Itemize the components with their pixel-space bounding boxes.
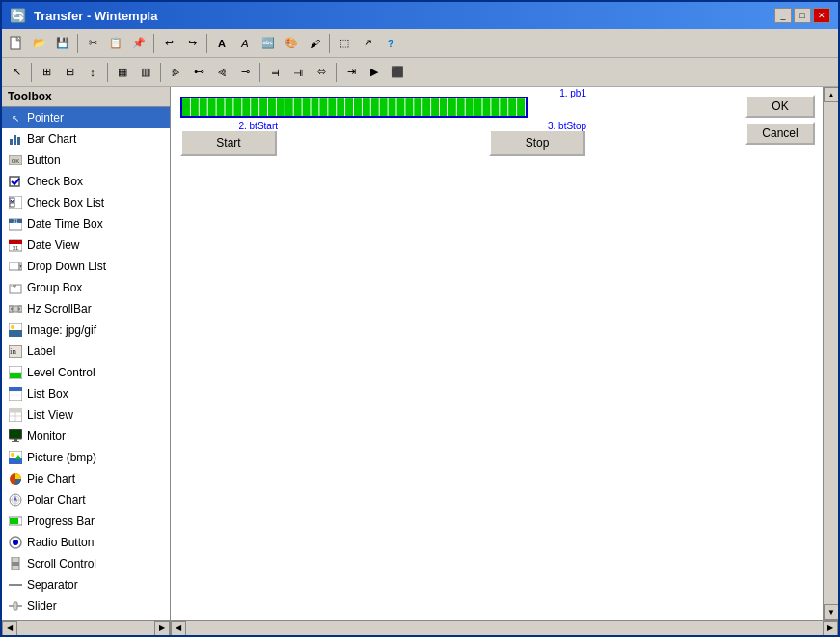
sidebar-item-datetimebox[interactable]: 31 Date Time Box: [2, 213, 170, 235]
svg-rect-78: [251, 98, 258, 118]
maximize-button[interactable]: □: [794, 8, 811, 23]
svg-rect-62: [10, 518, 18, 524]
sidebar-item-levelcontrol[interactable]: Level Control: [2, 362, 170, 383]
pointer-button[interactable]: ↗: [357, 33, 378, 54]
sidebar-item-barchart[interactable]: Bar Chart: [2, 128, 170, 150]
svg-text:in: in: [10, 346, 17, 356]
dist2-button[interactable]: ⫣: [287, 62, 309, 83]
sep1: [77, 34, 78, 53]
sidebar-item-piechart[interactable]: Pie Chart: [2, 468, 170, 489]
sidebar-item-picbmp[interactable]: Picture (bmp): [2, 447, 170, 468]
sidebar-scroll-right[interactable]: ▶: [154, 621, 170, 636]
polarchart-icon: [8, 492, 23, 508]
align-left-button[interactable]: ⫸: [165, 62, 186, 83]
stop-button-wrapper: 3. btStop Stop: [489, 129, 585, 156]
scroll-down-button[interactable]: ▼: [824, 604, 838, 620]
svg-rect-84: [303, 98, 311, 118]
align1-button[interactable]: ⊞: [36, 62, 57, 83]
minimize-button[interactable]: _: [774, 8, 792, 23]
svg-rect-105: [483, 98, 491, 118]
help-button[interactable]: ?: [380, 33, 401, 54]
test-button[interactable]: ▶: [364, 62, 385, 83]
sidebar-bottom-scroll[interactable]: ◀ ▶: [2, 620, 170, 635]
scroll-left-button[interactable]: ◀: [171, 621, 186, 636]
save-button[interactable]: 💾: [52, 33, 73, 54]
scroll-up-button[interactable]: ▲: [824, 87, 838, 102]
svg-rect-10: [10, 203, 14, 207]
cancel-button[interactable]: Cancel: [745, 122, 815, 145]
svg-rect-48: [14, 439, 17, 441]
grid2-button[interactable]: ▥: [135, 62, 156, 83]
undo-button[interactable]: ↩: [158, 33, 179, 54]
levelcontrol-icon: [8, 365, 23, 380]
sidebar-item-pointer[interactable]: ↖ Pointer: [2, 107, 170, 128]
redo-button[interactable]: ↪: [181, 33, 203, 54]
grid1-button[interactable]: ▦: [112, 62, 133, 83]
sidebar-item-checkbox[interactable]: Check Box: [2, 171, 170, 192]
sidebar-item-imagejpg[interactable]: Image: jpg/gif: [2, 319, 170, 341]
cursor-button[interactable]: ↖: [6, 62, 27, 83]
copy-button[interactable]: 📋: [105, 33, 126, 54]
sidebar-item-radiobutton[interactable]: Radio Button: [2, 532, 170, 553]
sidebar-label-levelcontrol: Level Control: [27, 366, 95, 379]
svg-rect-91: [363, 98, 370, 118]
sidebar-item-polarchart[interactable]: Polar Chart: [2, 489, 170, 511]
sidebar-item-listbox[interactable]: List Box: [2, 383, 170, 404]
tab-order-button[interactable]: ⇥: [340, 62, 362, 83]
sidebar-item-dropdown[interactable]: Drop Down List: [2, 256, 170, 277]
svg-point-52: [11, 453, 14, 457]
sidebar-item-button[interactable]: OK Button: [2, 150, 170, 171]
sidebar-item-groupbox[interactable]: xy Group Box: [2, 277, 170, 298]
canvas-area[interactable]: OK Cancel 1. pb1: [171, 87, 823, 620]
select-button[interactable]: ⬚: [334, 33, 355, 54]
sidebar-item-monitor[interactable]: Monitor: [2, 426, 170, 447]
close-button[interactable]: ✕: [813, 8, 830, 23]
barchart-icon: [8, 131, 23, 147]
italic-button[interactable]: A: [234, 33, 256, 54]
align2-button[interactable]: ⊟: [59, 62, 80, 83]
scroll-right-button[interactable]: ▶: [823, 621, 838, 636]
start-button[interactable]: Start: [180, 129, 277, 156]
new-button[interactable]: [6, 33, 27, 54]
paste-button[interactable]: 📌: [128, 33, 149, 54]
groupbox-icon: xy: [8, 280, 23, 295]
sidebar-item-label[interactable]: in Label: [2, 341, 170, 362]
open-button[interactable]: 📂: [29, 33, 50, 54]
sidebar-item-separator[interactable]: Separator: [2, 574, 170, 595]
hzscrollbar-icon: [8, 301, 23, 317]
stop-button[interactable]: Stop: [489, 129, 585, 156]
svg-rect-87: [328, 98, 336, 118]
right-scrollbar[interactable]: ▲ ▼: [823, 87, 838, 620]
color-button[interactable]: 🎨: [281, 33, 302, 54]
font-button[interactable]: 🔤: [257, 33, 279, 54]
align-right-button[interactable]: ⫷: [211, 62, 232, 83]
sidebar-item-slider[interactable]: Slider: [2, 595, 170, 617]
sep6: [107, 63, 108, 82]
sidebar-scroll-left[interactable]: ◀: [2, 621, 17, 636]
stop-button[interactable]: ⬛: [387, 62, 408, 83]
sidebar-item-scrollcontrol[interactable]: Scroll Control: [2, 553, 170, 574]
align3-button[interactable]: ↕: [82, 62, 103, 83]
svg-rect-74: [217, 98, 225, 118]
align4-button[interactable]: ⊸: [234, 62, 256, 83]
cut-button[interactable]: ✂: [82, 33, 103, 54]
sidebar-item-progressbar[interactable]: Progress Bar: [2, 511, 170, 532]
dist1-button[interactable]: ⫤: [264, 62, 285, 83]
btstart-label: 2. btStart: [237, 121, 279, 131]
sidebar-item-checkboxlist[interactable]: Check Box List: [2, 192, 170, 213]
paint-button[interactable]: 🖌: [304, 33, 325, 54]
svg-text:31: 31: [13, 245, 19, 251]
bottom-scrollbar[interactable]: ◀ ▶: [171, 620, 838, 635]
sidebar-item-hzscrollbar[interactable]: Hz ScrollBar: [2, 298, 170, 319]
svg-rect-45: [9, 408, 22, 412]
ok-button[interactable]: OK: [745, 95, 815, 118]
bold-button[interactable]: A: [211, 33, 232, 54]
imagejpg-icon: [8, 322, 23, 338]
dist3-button[interactable]: ⬄: [311, 62, 332, 83]
sidebar-scroll[interactable]: ↖ Pointer Bar Chart OK: [2, 107, 170, 620]
sidebar-label-label: Label: [27, 345, 55, 358]
h-scroll-track: [186, 621, 823, 636]
sidebar-item-listview[interactable]: List View: [2, 404, 170, 426]
sidebar-item-dateview[interactable]: 31 Date View: [2, 235, 170, 256]
align-center-button[interactable]: ⊷: [188, 62, 209, 83]
